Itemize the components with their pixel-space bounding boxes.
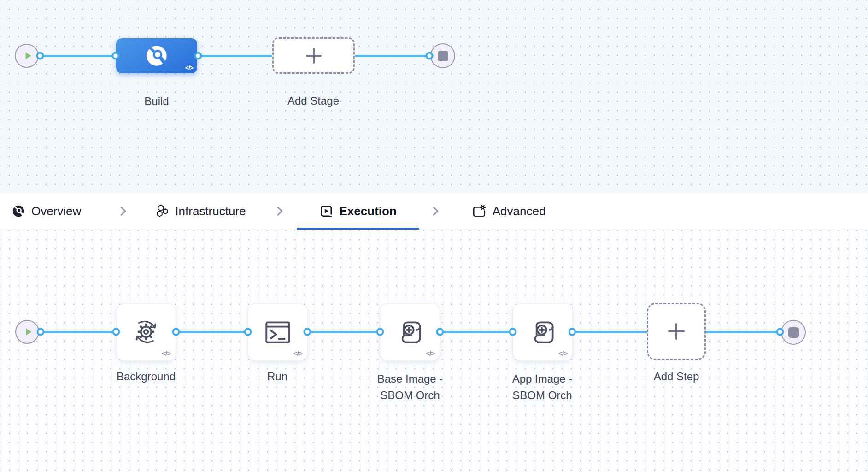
connection-point[interactable] <box>244 328 252 336</box>
tab-advanced[interactable]: Advanced <box>472 193 546 230</box>
connection-point[interactable] <box>569 328 576 336</box>
connection-point[interactable] <box>36 52 44 60</box>
background-service-gear-icon <box>131 317 161 348</box>
tab-infrastructure[interactable]: Infrastructure <box>155 193 246 230</box>
add-step-node[interactable] <box>647 303 706 360</box>
step-node-run[interactable]: </> <box>248 303 308 361</box>
connection-point[interactable] <box>436 328 444 336</box>
stage-label-build: Build <box>144 93 169 110</box>
step-node-base-image-sbom-orch[interactable]: </> <box>380 303 440 361</box>
connection-point[interactable] <box>509 328 517 336</box>
gear-icon <box>481 205 486 209</box>
advanced-settings-icon <box>472 204 486 218</box>
connection-point[interactable] <box>304 328 311 336</box>
yaml-code-badge: </> <box>293 349 302 357</box>
chevron-right-icon <box>117 193 129 230</box>
step-node-app-image-sbom-orch[interactable]: </> <box>513 303 573 361</box>
execution-end-node[interactable] <box>781 320 806 345</box>
play-square-execution-icon <box>319 204 333 218</box>
plus-icon <box>667 322 686 341</box>
add-step-label: Add Step <box>654 368 699 385</box>
step-label-background: Background <box>117 368 176 385</box>
connection-point[interactable] <box>37 328 45 336</box>
pipeline-end-node[interactable] <box>430 43 455 68</box>
yaml-code-badge: </> <box>426 349 434 357</box>
step-label-base-image-sbom-orch: Base Image - SBOM Orch <box>377 371 443 404</box>
connection-point[interactable] <box>112 52 120 60</box>
hexagons-infrastructure-icon <box>155 204 169 218</box>
connection-point[interactable] <box>194 52 202 60</box>
step-label-run: Run <box>267 368 287 385</box>
add-stage-node[interactable] <box>272 37 355 74</box>
tab-label: Advanced <box>493 204 546 218</box>
stage-flow-line <box>40 55 429 57</box>
yaml-code-badge: </> <box>558 349 567 357</box>
sbom-scroll-icon <box>528 317 558 348</box>
chevron-right-icon <box>429 193 441 230</box>
add-stage-label: Add Stage <box>287 93 339 109</box>
step-label-app-image-sbom-orch: App Image - SBOM Orch <box>512 371 573 404</box>
ci-build-icon <box>145 44 169 68</box>
play-icon <box>22 50 34 62</box>
pipeline-start-node[interactable] <box>15 44 39 68</box>
stage-config-tabbar: Overview Infrastructure Execution <box>0 192 868 230</box>
sbom-scroll-icon <box>395 317 425 348</box>
terminal-run-icon <box>263 317 293 348</box>
play-icon <box>23 326 35 338</box>
stage-node-build[interactable]: </> <box>116 38 197 73</box>
ci-overview-icon <box>12 205 25 218</box>
yaml-code-badge: </> <box>162 349 170 357</box>
yaml-code-badge: </> <box>185 64 193 71</box>
active-tab-underline <box>297 228 419 230</box>
execution-start-node[interactable] <box>15 320 39 344</box>
connection-point[interactable] <box>172 328 180 336</box>
chevron-right-icon <box>274 193 286 230</box>
plus-icon <box>305 47 323 65</box>
stop-icon <box>438 51 448 61</box>
connection-point[interactable] <box>376 328 384 336</box>
execution-steps-canvas[interactable]: </> </> </> </> <box>0 230 868 472</box>
tab-label: Execution <box>340 204 397 218</box>
connection-point[interactable] <box>426 52 434 60</box>
connection-point[interactable] <box>112 328 120 336</box>
tab-overview[interactable]: Overview <box>12 193 81 230</box>
connection-point[interactable] <box>776 328 784 336</box>
tab-label: Overview <box>31 204 81 218</box>
tab-label: Infrastructure <box>175 204 246 218</box>
tab-execution[interactable]: Execution <box>297 193 419 230</box>
stop-icon <box>788 327 799 338</box>
step-node-background[interactable]: </> <box>116 303 176 361</box>
stage-pipeline-canvas[interactable]: </> Build Add Stage <box>0 0 868 192</box>
